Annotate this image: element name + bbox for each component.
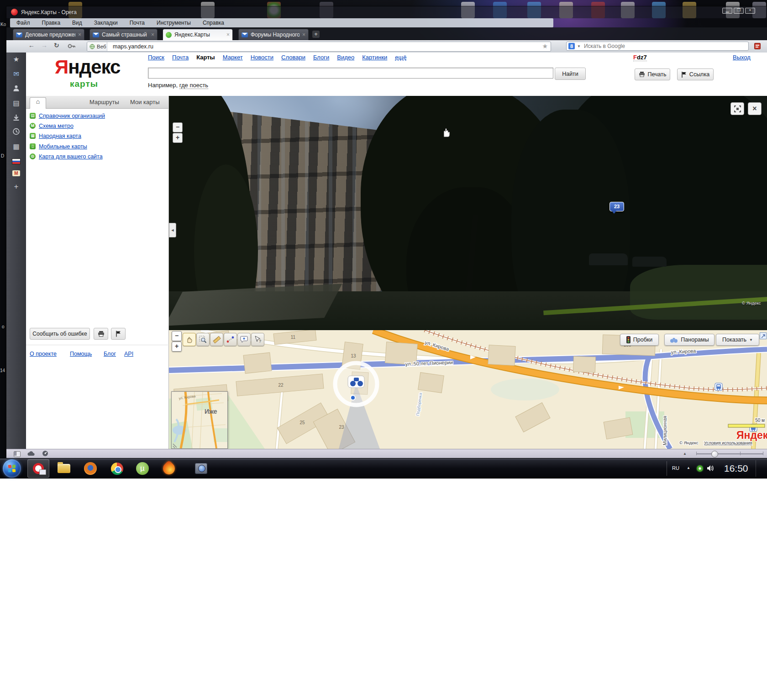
web-mode-button[interactable]: Веб [87, 42, 107, 51]
search-box[interactable]: 8 ▼ [566, 42, 749, 51]
tab-close-icon[interactable]: × [151, 32, 154, 38]
widgets-panel-icon[interactable]: ▦ [6, 142, 26, 151]
tab-home[interactable]: ⌂ [30, 97, 46, 109]
zoom-slider-knob[interactable] [711, 451, 718, 458]
footer-blog[interactable]: Блог [104, 351, 116, 357]
nav-search[interactable]: Поиск [148, 54, 164, 61]
nav-mail[interactable]: Почта [172, 54, 189, 61]
taskbar-opera-active[interactable] [27, 459, 49, 478]
maximize-button[interactable]: ❒ [734, 8, 744, 14]
clock[interactable]: 16:50 [724, 463, 748, 474]
menu-edit[interactable]: Правка [42, 20, 61, 26]
browser-tab-active[interactable]: Яндекс.Карты × [163, 29, 233, 40]
nav-blogs[interactable]: Блоги [313, 54, 329, 61]
menu-help[interactable]: Справка [203, 20, 224, 26]
sidebar-link-orgs[interactable]: Справочник организаций [39, 113, 105, 119]
close-button[interactable]: × [745, 8, 755, 14]
sidebar-link-api-map[interactable]: Карта для вашего сайта [39, 153, 103, 160]
find-button[interactable]: Найти [555, 68, 586, 80]
sidebar-link-peoples-map[interactable]: Народная карта [39, 133, 81, 139]
report-error-button[interactable]: Сообщить об ошибке [30, 328, 90, 340]
minimize-button[interactable]: ▁ [722, 8, 732, 14]
nav-market[interactable]: Маркет [223, 54, 243, 61]
map-view[interactable]: 9 11 13 15 22 26 25 23 106 [169, 330, 767, 449]
browser-tab[interactable]: Самый страшный до... × [89, 29, 158, 40]
sidebar-link-button[interactable] [111, 328, 126, 340]
icq-tray-icon[interactable] [697, 465, 703, 472]
nav-images[interactable]: Картинки [362, 54, 387, 61]
sidebar-link-mobile[interactable]: Мобильные карты [39, 143, 87, 150]
street-panorama-view[interactable]: 23 − + ◄ × © Яндекс [169, 96, 767, 330]
mailru-panel-icon[interactable]: M [12, 170, 20, 176]
bus-stop-icon[interactable] [715, 383, 722, 390]
pano-close-button[interactable]: × [748, 102, 762, 115]
overview-minimap[interactable]: ул. Кирова Иже [171, 391, 228, 449]
print-button[interactable]: Печать [635, 68, 670, 80]
mail-panel-icon[interactable]: ✉ [6, 70, 26, 78]
pano-zoom-out-button[interactable]: − [173, 122, 183, 132]
contacts-panel-icon[interactable] [12, 84, 20, 92]
map-search-input[interactable] [148, 68, 553, 79]
volume-tray-icon[interactable] [707, 465, 714, 472]
zoom-select-tool-button[interactable] [196, 333, 210, 346]
notes-panel-icon[interactable]: ▤ [6, 99, 26, 107]
nav-video[interactable]: Видео [337, 54, 354, 61]
get-link-button[interactable]: Ссылка [677, 68, 714, 80]
tab-routes[interactable]: Маршруты [89, 99, 119, 105]
url-text[interactable]: maps.yandex.ru [113, 43, 153, 50]
sidebar-link-metro[interactable]: Схема метро [39, 123, 74, 129]
reload-button[interactable]: ↻ [54, 42, 59, 49]
extension-badge-icon[interactable] [754, 43, 761, 49]
taskbar-flame-app[interactable] [158, 459, 180, 478]
footer-about[interactable]: О проекте [30, 351, 57, 357]
menu-view[interactable]: Вид [72, 20, 82, 26]
pano-zoom-in-button[interactable]: + [173, 133, 183, 143]
binoculars-marker[interactable] [348, 376, 364, 388]
pano-fullscreen-button[interactable] [730, 102, 744, 115]
ruler-tool-button[interactable] [210, 333, 223, 346]
forward-button[interactable]: → [41, 42, 47, 49]
logo-service-label[interactable]: карты [70, 79, 98, 89]
opera-link-cloud-icon[interactable] [27, 451, 35, 456]
logout-link[interactable]: Выход [733, 54, 751, 61]
url-field[interactable]: Веб maps.yandex.ru ★ [87, 42, 551, 52]
taskbar-utorrent[interactable]: µ [131, 459, 153, 478]
map-expand-corner-button[interactable] [760, 332, 767, 339]
menu-file[interactable]: Файл [16, 20, 30, 26]
user-login[interactable]: Fdz7 [633, 54, 647, 61]
keyboard-language-indicator[interactable]: RU [672, 465, 679, 471]
window-titlebar[interactable]: Яндекс.Карты - Opera ▁ ❒ × [6, 6, 767, 18]
web-search-input[interactable] [583, 42, 722, 50]
downloads-panel-icon[interactable] [12, 114, 20, 121]
footer-api[interactable]: API [124, 351, 133, 357]
opera-turbo-icon[interactable] [42, 450, 48, 457]
browser-tab[interactable]: Деловые предложени... × [13, 29, 84, 40]
traffic-button[interactable]: Пробки [620, 334, 659, 346]
collapse-sidebar-arrow[interactable]: ◄ [169, 223, 176, 237]
nav-dictionaries[interactable]: Словари [281, 54, 305, 61]
map-zoom-in-button[interactable]: + [172, 342, 182, 352]
history-panel-icon[interactable] [12, 128, 20, 135]
panel-toggle-icon[interactable] [14, 451, 21, 457]
password-key-icon[interactable] [68, 43, 76, 49]
terms-of-use-link[interactable]: Условия использования [704, 440, 752, 445]
nav-news[interactable]: Новости [251, 54, 273, 61]
whats-here-tool-button[interactable]: ? [251, 333, 264, 346]
russian-flag-icon[interactable] [12, 159, 20, 164]
sidebar-print-button[interactable] [94, 328, 108, 340]
taskbar-explorer[interactable] [53, 459, 75, 478]
house-number-marker[interactable]: 23 [609, 202, 624, 211]
start-button[interactable] [3, 459, 21, 478]
panoramas-button[interactable]: Панорамы [664, 334, 714, 346]
tab-close-icon[interactable]: × [226, 32, 230, 38]
tab-close-icon[interactable]: × [78, 32, 81, 38]
browser-tab[interactable]: Форумы Народного И... × [238, 29, 309, 40]
map-canvas[interactable]: 9 11 13 15 22 26 25 23 106 [169, 330, 767, 449]
route-tool-button[interactable] [224, 333, 237, 346]
yandex-logo[interactable]: Яндекс [55, 56, 120, 78]
tab-close-icon[interactable]: × [302, 32, 305, 38]
taskbar-media-app[interactable] [190, 459, 212, 478]
hint-example-link[interactable]: где поесть [179, 82, 208, 89]
tab-my-maps[interactable]: Мои карты [130, 99, 160, 105]
zoom-slider-track[interactable] [696, 453, 763, 454]
